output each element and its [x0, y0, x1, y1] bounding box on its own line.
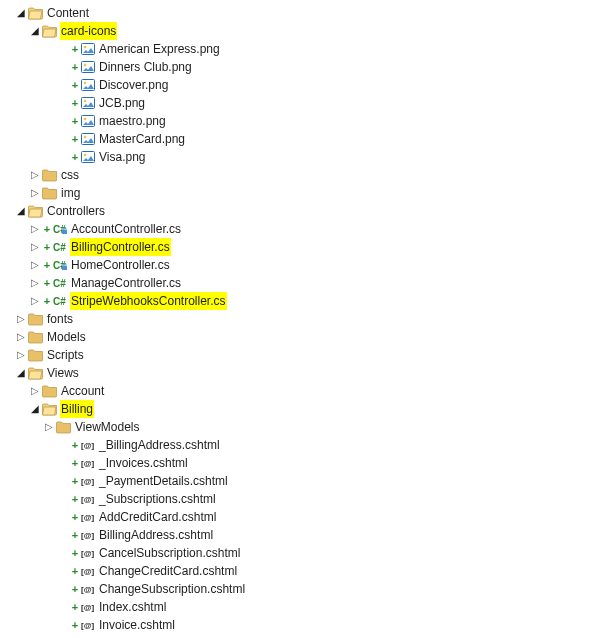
- cshtml-file-icon: [@]: [80, 527, 96, 543]
- file-cshtml[interactable]: + [@] _Invoices.cshtml: [0, 454, 600, 472]
- add-overlay-icon: +: [70, 130, 80, 148]
- file-cshtml-label: _BillingAddress.cshtml: [98, 436, 221, 454]
- folder-open-icon: [28, 203, 44, 219]
- cshtml-file-icon: [@]: [80, 617, 96, 633]
- folder-scripts[interactable]: ▷ Scripts: [0, 346, 600, 364]
- folder-content[interactable]: ◢ Content: [0, 4, 600, 22]
- file-cshtml[interactable]: + [@] _PaymentDetails.cshtml: [0, 472, 600, 490]
- csharp-file-icon: C#: [52, 221, 68, 237]
- chevron-right-icon[interactable]: ▷: [28, 238, 42, 256]
- file-image-label: Dinners Club.png: [98, 58, 193, 76]
- chevron-right-icon[interactable]: ▷: [28, 382, 42, 400]
- cshtml-file-icon: [@]: [80, 455, 96, 471]
- chevron-down-icon[interactable]: ◢: [14, 202, 28, 220]
- image-file-icon: [80, 113, 96, 129]
- svg-text:C#: C#: [53, 242, 66, 253]
- folder-img[interactable]: ▷ img: [0, 184, 600, 202]
- folder-fonts-label: fonts: [46, 310, 74, 328]
- file-cshtml[interactable]: + [@] _Subscriptions.cshtml: [0, 490, 600, 508]
- chevron-right-icon[interactable]: ▷: [14, 328, 28, 346]
- file-image[interactable]: + Discover.png: [0, 76, 600, 94]
- svg-text:[@]: [@]: [81, 441, 94, 450]
- file-cshtml-label: BillingAddress.cshtml: [98, 526, 214, 544]
- add-overlay-icon: +: [70, 436, 80, 454]
- chevron-right-icon[interactable]: ▷: [14, 346, 28, 364]
- file-manage-controller[interactable]: ▷+ C# ManageController.cs: [0, 274, 600, 292]
- file-stripe-webhooks-controller[interactable]: ▷+ C# StripeWebhooksController.cs: [0, 292, 600, 310]
- chevron-right-icon[interactable]: ▷: [28, 220, 42, 238]
- chevron-down-icon[interactable]: ◢: [28, 400, 42, 418]
- svg-point-1: [84, 46, 87, 49]
- chevron-down-icon[interactable]: ◢: [28, 22, 42, 40]
- folder-models[interactable]: ▷ Models: [0, 328, 600, 346]
- file-home-controller[interactable]: ▷+ C# HomeController.cs: [0, 256, 600, 274]
- csharp-file-icon: C#: [52, 257, 68, 273]
- file-image[interactable]: + JCB.png: [0, 94, 600, 112]
- folder-models-label: Models: [46, 328, 87, 346]
- folder-views-billing[interactable]: ◢ Billing: [0, 400, 600, 418]
- add-overlay-icon: +: [70, 148, 80, 166]
- file-image[interactable]: + Visa.png: [0, 148, 600, 166]
- file-cshtml[interactable]: + [@] AddCreditCard.cshtml: [0, 508, 600, 526]
- add-overlay-icon: +: [70, 544, 80, 562]
- file-image[interactable]: + Dinners Club.png: [0, 58, 600, 76]
- file-image-label: Visa.png: [98, 148, 146, 166]
- file-cshtml[interactable]: + [@] Invoice.cshtml: [0, 616, 600, 634]
- file-image-label: MasterCard.png: [98, 130, 186, 148]
- folder-views-account[interactable]: ▷ Account: [0, 382, 600, 400]
- chevron-right-icon[interactable]: ▷: [28, 184, 42, 202]
- chevron-right-icon[interactable]: ▷: [28, 292, 42, 310]
- svg-text:[@]: [@]: [81, 477, 94, 486]
- file-cshtml[interactable]: + [@] ChangeSubscription.cshtml: [0, 580, 600, 598]
- file-cshtml-label: _PaymentDetails.cshtml: [98, 472, 229, 490]
- chevron-right-icon[interactable]: ▷: [28, 256, 42, 274]
- image-file-icon: [80, 41, 96, 57]
- file-image[interactable]: + MasterCard.png: [0, 130, 600, 148]
- folder-css[interactable]: ▷ css: [0, 166, 600, 184]
- chevron-right-icon[interactable]: ▷: [14, 310, 28, 328]
- chevron-down-icon[interactable]: ◢: [14, 4, 28, 22]
- file-stripe-webhooks-controller-label: StripeWebhooksController.cs: [70, 292, 227, 310]
- image-file-icon: [80, 59, 96, 75]
- file-billing-controller-label: BillingController.cs: [70, 238, 171, 256]
- cshtml-file-icon: [@]: [80, 563, 96, 579]
- chevron-right-icon[interactable]: ▷: [42, 418, 56, 436]
- chevron-down-icon[interactable]: ◢: [14, 364, 28, 382]
- folder-controllers[interactable]: ◢ Controllers: [0, 202, 600, 220]
- file-image-label: maestro.png: [98, 112, 167, 130]
- cshtml-file-icon: [@]: [80, 437, 96, 453]
- image-file-icon: [80, 131, 96, 147]
- svg-text:[@]: [@]: [81, 549, 94, 558]
- file-cshtml[interactable]: + [@] CancelSubscription.cshtml: [0, 544, 600, 562]
- file-cshtml[interactable]: + [@] Index.cshtml: [0, 598, 600, 616]
- folder-fonts[interactable]: ▷ fonts: [0, 310, 600, 328]
- file-cshtml[interactable]: + [@] _BillingAddress.cshtml: [0, 436, 600, 454]
- file-account-controller[interactable]: ▷+ C# AccountController.cs: [0, 220, 600, 238]
- file-image[interactable]: + maestro.png: [0, 112, 600, 130]
- file-cshtml[interactable]: + [@] BillingAddress.cshtml: [0, 526, 600, 544]
- add-overlay-icon: +: [70, 562, 80, 580]
- folder-icon: [28, 329, 44, 345]
- file-image[interactable]: + American Express.png: [0, 40, 600, 58]
- svg-text:[@]: [@]: [81, 603, 94, 612]
- chevron-right-icon[interactable]: ▷: [28, 274, 42, 292]
- folder-viewmodels[interactable]: ▷ ViewModels: [0, 418, 600, 436]
- folder-card-icons[interactable]: ◢ card-icons: [0, 22, 600, 40]
- add-overlay-icon: +: [70, 58, 80, 76]
- csharp-file-icon: C#: [52, 275, 68, 291]
- file-billing-controller[interactable]: ▷+ C# BillingController.cs: [0, 238, 600, 256]
- folder-content-label: Content: [46, 4, 90, 22]
- svg-text:C#: C#: [53, 296, 66, 307]
- file-cshtml-label: AddCreditCard.cshtml: [98, 508, 217, 526]
- folder-views[interactable]: ◢ Views: [0, 364, 600, 382]
- file-cshtml-label: ChangeCreditCard.cshtml: [98, 562, 238, 580]
- svg-text:[@]: [@]: [81, 459, 94, 468]
- folder-icon: [28, 347, 44, 363]
- folder-views-billing-label: Billing: [60, 400, 94, 418]
- folder-views-label: Views: [46, 364, 80, 382]
- file-cshtml[interactable]: + [@] ChangeCreditCard.cshtml: [0, 562, 600, 580]
- chevron-right-icon[interactable]: ▷: [28, 166, 42, 184]
- folder-img-label: img: [60, 184, 81, 202]
- folder-open-icon: [28, 5, 44, 21]
- folder-icon: [28, 311, 44, 327]
